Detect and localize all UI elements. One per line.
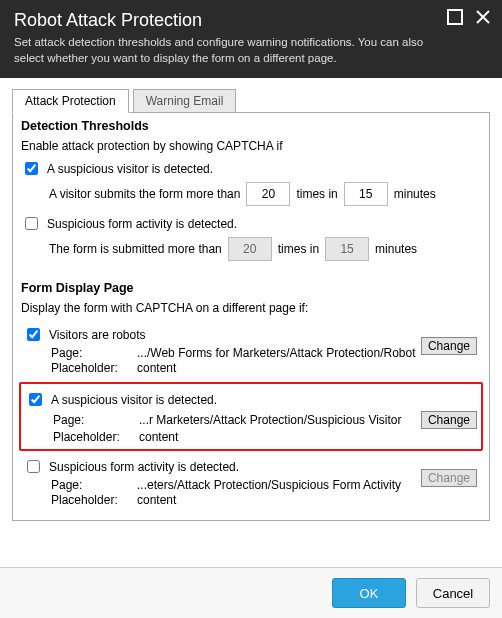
- lbl-visitor-submits: A visitor submits the form more than: [49, 187, 240, 201]
- lbl-suspicious-visitor: A suspicious visitor is detected.: [47, 162, 213, 176]
- lbl-fdp-robots: Visitors are robots: [49, 328, 146, 342]
- detection-heading: Detection Thresholds: [21, 119, 481, 133]
- dialog-footer: OK Cancel: [0, 567, 502, 618]
- val-placeholder-robots: content: [137, 361, 479, 375]
- fdp-activity-block: Suspicious form activity is detected. Pa…: [21, 453, 481, 512]
- val-page-suspicious: ...r Marketers/Attack Protection/Suspici…: [139, 413, 417, 427]
- input-visitor-minutes[interactable]: [344, 182, 388, 206]
- lbl-fdp-suspicious: A suspicious visitor is detected.: [51, 393, 217, 407]
- lbl-form-submitted: The form is submitted more than: [49, 242, 222, 256]
- ok-button[interactable]: OK: [332, 578, 406, 608]
- dialog-header: Robot Attack Protection Set attack detec…: [0, 0, 502, 78]
- lbl-minutes-1: minutes: [394, 187, 436, 201]
- close-icon[interactable]: [474, 8, 492, 26]
- lbl-page-3: Page:: [51, 478, 137, 492]
- tab-attack-protection[interactable]: Attack Protection: [12, 89, 129, 113]
- fdp-heading: Form Display Page: [21, 281, 481, 295]
- lbl-suspicious-activity: Suspicious form activity is detected.: [47, 217, 237, 231]
- btn-change-robots[interactable]: Change: [421, 337, 477, 355]
- input-visitor-times[interactable]: [246, 182, 290, 206]
- lbl-placeholder-1: Placeholder:: [51, 361, 137, 375]
- chk-suspicious-visitor[interactable]: [25, 162, 38, 175]
- lbl-times-in-2: times in: [278, 242, 319, 256]
- lbl-placeholder-2: Placeholder:: [53, 430, 139, 444]
- lbl-minutes-2: minutes: [375, 242, 417, 256]
- lbl-page-2: Page:: [53, 413, 139, 427]
- fdp-suspicious-block: A suspicious visitor is detected. Page: …: [19, 382, 483, 451]
- tab-warning-email[interactable]: Warning Email: [133, 89, 237, 113]
- btn-change-suspicious[interactable]: Change: [421, 411, 477, 429]
- val-placeholder-suspicious: content: [139, 430, 477, 444]
- detection-lead: Enable attack protection by showing CAPT…: [21, 139, 481, 153]
- lbl-fdp-activity: Suspicious form activity is detected.: [49, 460, 239, 474]
- dialog-title: Robot Attack Protection: [14, 10, 488, 31]
- btn-change-activity: Change: [421, 469, 477, 487]
- maximize-icon[interactable]: [446, 8, 464, 26]
- lbl-times-in-1: times in: [296, 187, 337, 201]
- svg-rect-0: [448, 10, 462, 24]
- chk-fdp-suspicious[interactable]: [29, 393, 42, 406]
- tab-strip: Attack Protection Warning Email: [12, 88, 490, 112]
- val-placeholder-activity: content: [137, 493, 479, 507]
- chk-fdp-robots[interactable]: [27, 328, 40, 341]
- cancel-button[interactable]: Cancel: [416, 578, 490, 608]
- chk-suspicious-activity[interactable]: [25, 217, 38, 230]
- lbl-placeholder-3: Placeholder:: [51, 493, 137, 507]
- input-activity-times: [228, 237, 272, 261]
- fdp-lead: Display the form with CAPTCHA on a diffe…: [21, 301, 481, 315]
- input-activity-minutes: [325, 237, 369, 261]
- lbl-page-1: Page:: [51, 346, 137, 360]
- tab-panel: Detection Thresholds Enable attack prote…: [12, 112, 490, 521]
- chk-fdp-activity[interactable]: [27, 460, 40, 473]
- dialog-subtitle: Set attack detection thresholds and conf…: [14, 35, 434, 66]
- fdp-robots-block: Visitors are robots Page: .../Web Forms …: [21, 321, 481, 380]
